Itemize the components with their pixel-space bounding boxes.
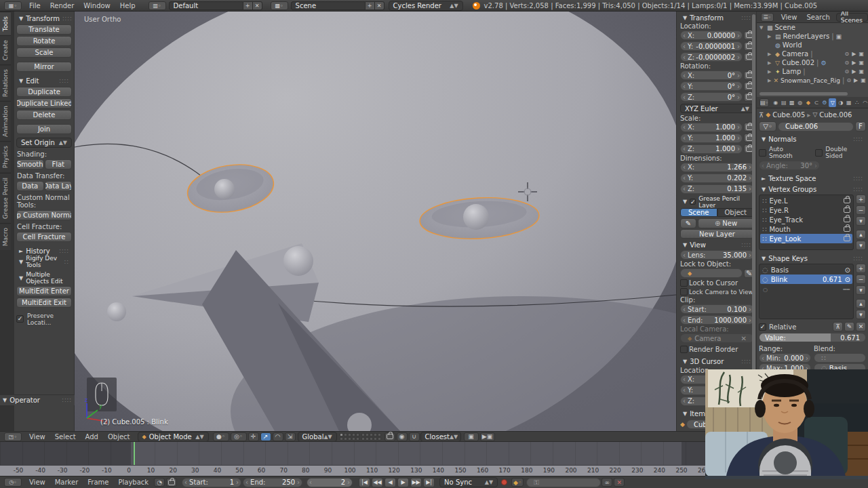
outliner-row-world[interactable]: ◍ World xyxy=(757,41,868,49)
panel-shape-keys[interactable]: ▼ Shape Keys:::: xyxy=(759,253,866,264)
tab-render[interactable]: ◉ xyxy=(772,98,779,107)
panel-transform-n[interactable]: ▼ Transform:::: xyxy=(680,13,754,22)
scene-field[interactable]: Scene xyxy=(291,1,366,10)
outliner-row-camera[interactable]: ▶ ◆ Camera| ⊙▶▣ xyxy=(757,49,868,58)
npanel-scrollbar[interactable] xyxy=(752,14,755,428)
tab-texture[interactable]: ▦ xyxy=(845,98,852,107)
tl-menu-view[interactable]: View xyxy=(24,476,50,488)
menu-help[interactable]: Help xyxy=(115,0,140,11)
expand-icon[interactable]: ▼ xyxy=(760,25,765,30)
tab-animation[interactable]: Animation xyxy=(0,101,11,141)
rotation-y-field[interactable]: Y:0° xyxy=(680,81,743,91)
panel-grip-icon[interactable]: :::: xyxy=(62,397,72,403)
use-preview-range-icon[interactable]: ◔ xyxy=(154,478,165,487)
panel-grip-icon[interactable]: :::: xyxy=(59,248,69,254)
mode-dropdown[interactable]: ◆ Object Mode▲▼ xyxy=(138,432,209,442)
visibility-eye-icon[interactable]: ⊙ xyxy=(845,60,850,66)
list-resize-grip[interactable]: ══ xyxy=(843,287,850,293)
shapekey-move-down-button[interactable]: ▾ xyxy=(856,310,866,319)
insert-keyframe-icon[interactable]: ∞ xyxy=(601,478,612,487)
range-min-field[interactable]: Min:0.000 xyxy=(759,353,811,363)
lock-to-cursor-checkbox[interactable] xyxy=(680,279,688,287)
set-origin-dropdown[interactable]: Set Origin▲▼ xyxy=(16,138,72,148)
expand-icon[interactable]: ▶ xyxy=(768,52,773,57)
render-opengl-anim-icon[interactable]: ▶▣ xyxy=(480,432,495,441)
outliner-row-snowman-rig[interactable]: ▶ ✕ Snowman_Face_Rig| ⊙▶▣ xyxy=(757,76,868,85)
selectability-icon[interactable]: ▶ xyxy=(852,60,856,66)
right-eyeball[interactable] xyxy=(463,204,489,230)
visibility-eye-icon[interactable]: ⊙ xyxy=(846,77,851,83)
panel-grip-icon[interactable]: :::: xyxy=(62,16,73,22)
relative-checkbox[interactable]: ✓ xyxy=(759,323,766,331)
layers-widget[interactable] xyxy=(340,433,381,441)
vp-menu-view[interactable]: View xyxy=(24,432,50,441)
vgroup-specials-button[interactable]: ▾ xyxy=(856,216,866,226)
expand-icon[interactable]: ▶ xyxy=(768,78,771,83)
mirror-button[interactable]: Mirror xyxy=(16,62,72,72)
scale-x-field[interactable]: X:1.000 xyxy=(680,123,743,132)
orientation-dropdown[interactable]: Global▲▼ xyxy=(298,432,337,442)
tab-physics[interactable]: Physics xyxy=(0,141,11,172)
duplicate-linked-button[interactable]: Duplicate Linked xyxy=(16,98,72,108)
dimension-z-field[interactable]: Z:0.135 xyxy=(680,184,754,194)
panel-transform[interactable]: ▼ Transform:::: xyxy=(16,13,72,24)
mute-eye-icon[interactable]: ⊙ xyxy=(845,266,850,274)
tab-object-data[interactable]: ▽ xyxy=(829,98,836,107)
panel-grip-icon[interactable]: :::: xyxy=(741,15,751,21)
shapekey-move-up-button[interactable]: ▴ xyxy=(856,299,866,308)
outliner-row-renderlayers[interactable]: ▶ ▤ RenderLayers| ▣ xyxy=(757,32,868,41)
panel-3d-cursor[interactable]: ▼ 3D Cursor:::: xyxy=(680,357,754,366)
panel-grip-icon[interactable]: :::: xyxy=(741,242,751,248)
vgroup-row-eye-l[interactable]: ∷Eye.L xyxy=(760,196,852,205)
panel-grip-icon[interactable]: :::: xyxy=(853,186,863,192)
breadcrumb-object[interactable]: Cube.005 xyxy=(772,111,805,119)
angle-field[interactable]: Angle:30° xyxy=(759,161,820,170)
shapekey-row-blink[interactable]: ◌Blink0.671⊙ xyxy=(760,274,852,284)
nose-control-sphere[interactable] xyxy=(283,246,313,276)
panel-operator[interactable]: ▼ Operator:::: xyxy=(0,394,75,405)
add-layout-button[interactable]: + xyxy=(243,1,253,10)
properties-editor-icon[interactable]: ▤◦ xyxy=(760,98,769,107)
expand-icon[interactable]: ▶ xyxy=(768,34,773,39)
expand-icon[interactable]: ▶ xyxy=(768,60,773,66)
vp-menu-object[interactable]: Object xyxy=(103,432,135,441)
panel-texture-space[interactable]: ► Texture Space:::: xyxy=(759,173,866,184)
panel-edit[interactable]: ▼ Edit:::: xyxy=(16,75,72,86)
delete-scene-button[interactable]: ✕ xyxy=(375,1,384,10)
scene-browse-icon[interactable]: ▩◦ xyxy=(271,1,288,10)
flip-custom-normals-button[interactable]: Flip Custom Normals xyxy=(16,210,72,220)
lock-range-icon[interactable] xyxy=(166,478,177,487)
mesh-name-field[interactable]: Cube.006 xyxy=(778,122,854,131)
pin-shapekey-button[interactable]: ⊼ xyxy=(833,322,843,331)
vgroup-row-eye-track[interactable]: ∷Eye_Track xyxy=(760,215,852,224)
panel-grease-pencil[interactable]: ▼ ✓ Grease Pencil Layer xyxy=(680,197,754,207)
dimension-x-field[interactable]: X:1.266 xyxy=(680,163,754,172)
rotate-button[interactable]: Rotate xyxy=(16,36,72,46)
panel-multiple-objects-edit[interactable]: ▼ Multiple Objects Edit xyxy=(16,272,72,283)
shapekey-add-button[interactable]: + xyxy=(856,264,866,273)
translate-button[interactable]: Translate xyxy=(16,24,72,35)
lock-to-scene-icon[interactable] xyxy=(384,432,395,441)
tab-object[interactable]: ◆ xyxy=(804,98,812,107)
join-button[interactable]: Join xyxy=(16,124,72,134)
tab-physics[interactable]: ◠ xyxy=(861,98,868,107)
panel-normals[interactable]: ▼ Normals:::: xyxy=(759,134,866,144)
frame-end-field[interactable]: End:250 xyxy=(243,478,302,487)
dimension-y-field[interactable]: Y:0.202 xyxy=(680,174,754,183)
editor-type-icon[interactable]: ▦◦ xyxy=(4,1,22,10)
breadcrumb-data[interactable]: Cube.006 xyxy=(819,111,852,119)
jump-to-start-button[interactable]: |◀ xyxy=(359,478,370,487)
vgroup-remove-button[interactable]: − xyxy=(856,205,866,215)
tab-tools[interactable]: Tools xyxy=(0,12,11,35)
add-scene-button[interactable]: + xyxy=(366,1,375,10)
renderability-icon[interactable]: ▣ xyxy=(859,68,864,75)
panel-rigify-dev-tools[interactable]: ▼ Rigify Dev Tools:: xyxy=(16,256,72,267)
render-border-checkbox[interactable] xyxy=(680,346,688,353)
outliner-row-cube002[interactable]: ▶ ▽ Cube.002| ⚙ ⊙▶▣ xyxy=(757,58,868,67)
tab-render-layers[interactable]: ▤ xyxy=(780,98,787,107)
tl-menu-playback[interactable]: Playback xyxy=(113,476,153,488)
render-engine-select[interactable]: Cycles Render▲▼ xyxy=(389,1,463,11)
shade-smooth-button[interactable]: Smooth xyxy=(16,159,44,169)
multiedit-enter-button[interactable]: MultiEdit Enter xyxy=(16,286,72,296)
visibility-eye-icon[interactable]: ⊙ xyxy=(845,68,850,75)
